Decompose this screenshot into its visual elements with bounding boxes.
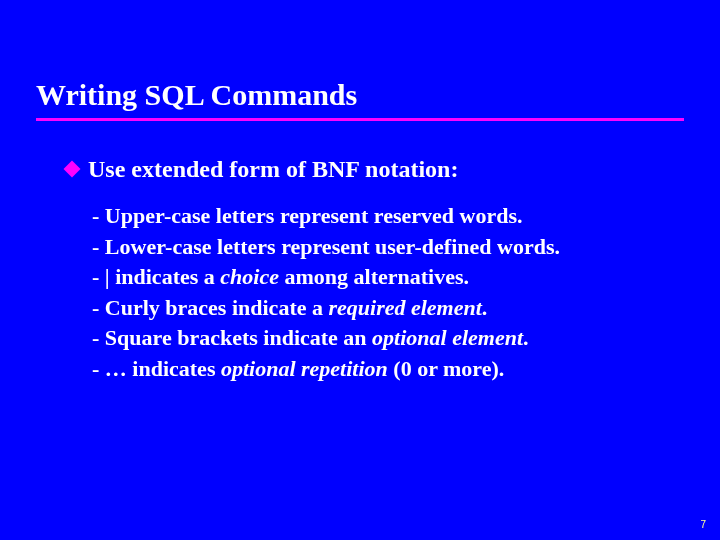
list-item: - Square brackets indicate an optional e… xyxy=(92,324,680,353)
list-item-italic: optional element xyxy=(372,325,523,350)
list-item-pre: - … indicates xyxy=(92,356,221,381)
list-item-pre: - Curly braces indicate a xyxy=(92,295,328,320)
list-item-italic: required element xyxy=(328,295,481,320)
main-bullet: Use extended form of BNF notation: xyxy=(66,156,680,183)
diamond-bullet-icon xyxy=(64,161,81,178)
list-item-post: . xyxy=(523,325,529,350)
list-item: - Curly braces indicate a required eleme… xyxy=(92,294,680,323)
list-item-pre: - Upper-case letters represent reserved … xyxy=(92,203,523,228)
page-number: 7 xyxy=(700,519,706,530)
list-item: - Upper-case letters represent reserved … xyxy=(92,202,680,231)
list-item-italic: choice xyxy=(220,264,279,289)
main-bullet-lead: Use xyxy=(88,156,125,182)
list-item-post: (0 or more). xyxy=(388,356,504,381)
slide: Writing SQL Commands Use extended form o… xyxy=(0,0,720,540)
slide-title: Writing SQL Commands xyxy=(36,78,684,118)
list-item-pre: - Square brackets indicate an xyxy=(92,325,372,350)
list-item-post: among alternatives. xyxy=(279,264,469,289)
list-item-pre: - | indicates a xyxy=(92,264,220,289)
list-item: - … indicates optional repetition (0 or … xyxy=(92,355,680,384)
list-item-post: . xyxy=(482,295,488,320)
title-block: Writing SQL Commands xyxy=(36,78,684,121)
list-item-italic: optional repetition xyxy=(221,356,388,381)
title-underline xyxy=(36,118,684,121)
list-item-pre: - Lower-case letters represent user-defi… xyxy=(92,234,560,259)
bnf-list: - Upper-case letters represent reserved … xyxy=(92,202,680,386)
main-bullet-text: Use extended form of BNF notation: xyxy=(88,156,458,183)
list-item: - Lower-case letters represent user-defi… xyxy=(92,233,680,262)
main-bullet-rest: extended form of BNF notation: xyxy=(125,156,458,182)
list-item: - | indicates a choice among alternative… xyxy=(92,263,680,292)
